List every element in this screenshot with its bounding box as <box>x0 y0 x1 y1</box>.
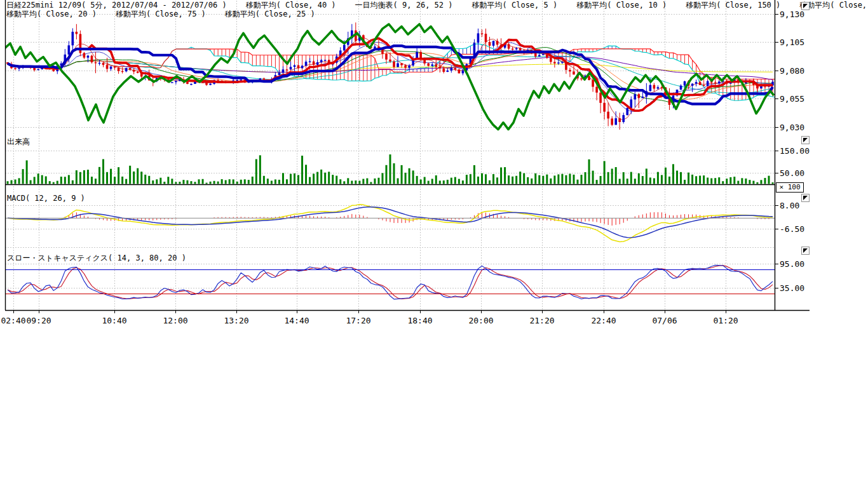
x-axis-label: 07/06 <box>648 316 682 325</box>
x-axis-label: 14:40 <box>280 316 314 325</box>
y-axis-label: 9,055 <box>780 95 804 103</box>
indicator-label: 移動平均( Close, 40 ) <box>246 1 336 10</box>
x-axis-label: 01:20 <box>709 316 743 325</box>
x-axis-label: 17:20 <box>341 316 376 325</box>
chart-header-line1: 日経225mini 12/09( 5分, 2012/07/04 - 2012/0… <box>6 1 868 10</box>
indicator-label: 移動平均( Close, 20 ) <box>6 10 97 18</box>
y-axis-label: 9,080 <box>780 67 804 75</box>
volume-panel-collapse-button[interactable] <box>801 136 810 144</box>
x-axis-label: 22:40 <box>587 316 621 325</box>
chart-window: 日経225mini 12/09( 5分, 2012/07/04 - 2012/0… <box>0 0 868 488</box>
x-axis-label: 18:40 <box>403 316 437 325</box>
stochastics-panel-label: スロー・ストキャスティクス( 14, 3, 80, 20 ) <box>7 253 186 264</box>
y-axis-label: 9,105 <box>780 38 804 46</box>
y-axis-label: 8.00 <box>780 201 799 210</box>
y-axis-label: 9,030 <box>780 123 804 132</box>
x-axis-label: 10:40 <box>97 316 132 325</box>
indicator-label: 移動平均( Close, 5 ) <box>472 1 558 10</box>
y-axis-label: 50.00 <box>780 169 804 177</box>
chart-header-line2: 移動平均( Close, 20 )移動平均( Close, 75 )移動平均( … <box>6 10 334 18</box>
indicator-label: 移動平均( Close, 150 ) <box>686 1 780 10</box>
indicator-label: 移動平均( Close, 75 ) <box>799 1 868 10</box>
y-axis-label: 35.00 <box>780 284 804 292</box>
stochastics-panel-collapse-button[interactable] <box>801 247 810 255</box>
chart-canvas <box>0 0 868 343</box>
macd-panel-label: MACD( 12, 26, 9 ) <box>7 194 85 203</box>
volume-multiplier-box: × 100 <box>776 182 804 193</box>
y-axis-label: 9,130 <box>780 10 804 18</box>
indicator-label: 移動平均( Close, 10 ) <box>576 1 667 10</box>
y-axis-label: -6.50 <box>780 225 804 233</box>
x-axis-label: 13:20 <box>219 316 254 325</box>
y-axis-label: 150.00 <box>780 147 810 155</box>
price-panel-collapse-button[interactable] <box>801 2 810 10</box>
macd-panel-collapse-button[interactable] <box>801 194 810 202</box>
indicator-label: 移動平均( Close, 75 ) <box>116 10 206 18</box>
indicator-label: 日経225mini 12/09( 5分, 2012/07/04 - 2012/0… <box>6 1 227 10</box>
indicator-label: 一目均衡表( 9, 26, 52 ) <box>355 1 453 10</box>
x-axis-label: 20:00 <box>464 316 498 325</box>
x-axis-label: 12:00 <box>158 316 193 325</box>
volume-panel-label: 出来高 <box>7 137 30 147</box>
x-axis-label: 09:20 <box>22 316 56 325</box>
y-axis-label: 95.00 <box>780 260 804 268</box>
indicator-label: 移動平均( Close, 25 ) <box>225 10 315 18</box>
x-axis-label: 21:20 <box>525 316 559 325</box>
